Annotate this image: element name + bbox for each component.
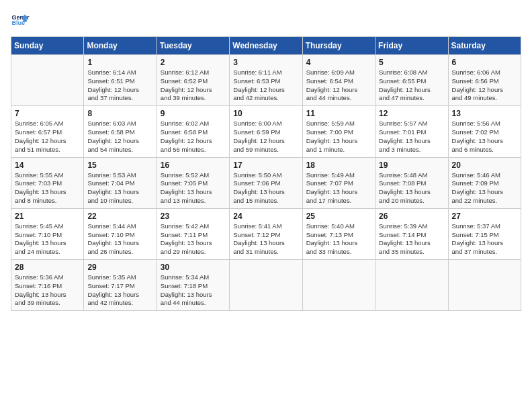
day-content: Sunrise: 5:39 AM Sunset: 7:14 PM Dayligh… (379, 222, 444, 257)
day-content: Sunrise: 5:56 AM Sunset: 7:02 PM Dayligh… (452, 120, 517, 154)
calendar-cell: 26Sunrise: 5:39 AM Sunset: 7:14 PM Dayli… (375, 208, 448, 259)
day-content: Sunrise: 6:14 AM Sunset: 6:51 PM Dayligh… (87, 68, 152, 103)
day-content: Sunrise: 5:57 AM Sunset: 7:01 PM Dayligh… (379, 120, 444, 154)
day-content: Sunrise: 5:52 AM Sunset: 7:05 PM Dayligh… (161, 171, 226, 205)
calendar-cell: 21Sunrise: 5:45 AM Sunset: 7:10 PM Dayli… (11, 208, 84, 259)
calendar-cell: 27Sunrise: 5:37 AM Sunset: 7:15 PM Dayli… (448, 208, 521, 259)
calendar-cell: 29Sunrise: 5:35 AM Sunset: 7:17 PM Dayli… (84, 260, 157, 311)
day-number: 14 (15, 161, 80, 170)
day-number: 28 (15, 263, 80, 272)
day-number: 30 (161, 263, 226, 272)
calendar-cell: 1Sunrise: 6:14 AM Sunset: 6:51 PM Daylig… (84, 55, 157, 106)
calendar-cell: 7Sunrise: 6:05 AM Sunset: 6:57 PM Daylig… (11, 106, 84, 157)
day-number: 16 (161, 161, 226, 170)
day-number: 19 (379, 161, 444, 170)
week-row-3: 14Sunrise: 5:55 AM Sunset: 7:03 PM Dayli… (11, 157, 521, 208)
day-number: 1 (87, 58, 152, 67)
column-header-sunday: Sunday (11, 37, 84, 55)
calendar-cell: 5Sunrise: 6:08 AM Sunset: 6:55 PM Daylig… (375, 55, 448, 106)
week-row-2: 7Sunrise: 6:05 AM Sunset: 6:57 PM Daylig… (11, 106, 521, 157)
day-number: 8 (87, 109, 152, 118)
column-header-monday: Monday (84, 37, 157, 55)
calendar-cell: 13Sunrise: 5:56 AM Sunset: 7:02 PM Dayli… (448, 106, 521, 157)
column-header-saturday: Saturday (448, 37, 521, 55)
calendar-cell (11, 55, 84, 106)
day-content: Sunrise: 6:02 AM Sunset: 6:58 PM Dayligh… (161, 120, 226, 154)
day-number: 6 (452, 58, 517, 67)
day-number: 15 (87, 161, 152, 170)
day-content: Sunrise: 6:03 AM Sunset: 6:58 PM Dayligh… (87, 120, 152, 154)
column-header-friday: Friday (375, 37, 448, 55)
day-number: 13 (452, 109, 517, 118)
calendar-table: SundayMondayTuesdayWednesdayThursdayFrid… (11, 36, 521, 311)
day-content: Sunrise: 5:45 AM Sunset: 7:10 PM Dayligh… (15, 222, 80, 257)
week-row-1: 1Sunrise: 6:14 AM Sunset: 6:51 PM Daylig… (11, 55, 521, 106)
calendar-cell: 25Sunrise: 5:40 AM Sunset: 7:13 PM Dayli… (302, 208, 375, 259)
day-content: Sunrise: 5:36 AM Sunset: 7:16 PM Dayligh… (15, 273, 80, 308)
day-content: Sunrise: 5:34 AM Sunset: 7:18 PM Dayligh… (161, 273, 226, 308)
calendar-cell: 2Sunrise: 6:12 AM Sunset: 6:52 PM Daylig… (157, 55, 229, 106)
column-header-thursday: Thursday (302, 37, 375, 55)
day-content: Sunrise: 5:35 AM Sunset: 7:17 PM Dayligh… (87, 273, 152, 308)
day-number: 26 (379, 212, 444, 221)
logo: General Blue (11, 11, 32, 30)
day-content: Sunrise: 5:55 AM Sunset: 7:03 PM Dayligh… (15, 171, 80, 205)
day-content: Sunrise: 5:41 AM Sunset: 7:12 PM Dayligh… (233, 222, 298, 257)
day-number: 7 (15, 109, 80, 118)
day-number: 9 (161, 109, 226, 118)
week-row-4: 21Sunrise: 5:45 AM Sunset: 7:10 PM Dayli… (11, 208, 521, 259)
calendar-cell (448, 260, 521, 311)
day-content: Sunrise: 6:05 AM Sunset: 6:57 PM Dayligh… (15, 120, 80, 154)
day-content: Sunrise: 5:46 AM Sunset: 7:09 PM Dayligh… (452, 171, 517, 205)
calendar-cell: 17Sunrise: 5:50 AM Sunset: 7:06 PM Dayli… (230, 157, 302, 208)
day-content: Sunrise: 5:53 AM Sunset: 7:04 PM Dayligh… (87, 171, 152, 205)
day-content: Sunrise: 6:11 AM Sunset: 6:53 PM Dayligh… (233, 68, 298, 103)
calendar-cell: 8Sunrise: 6:03 AM Sunset: 6:58 PM Daylig… (84, 106, 157, 157)
calendar-cell: 11Sunrise: 5:59 AM Sunset: 7:00 PM Dayli… (302, 106, 375, 157)
day-content: Sunrise: 5:37 AM Sunset: 7:15 PM Dayligh… (452, 222, 517, 257)
calendar-cell: 18Sunrise: 5:49 AM Sunset: 7:07 PM Dayli… (302, 157, 375, 208)
day-number: 24 (233, 212, 298, 221)
calendar-cell: 3Sunrise: 6:11 AM Sunset: 6:53 PM Daylig… (230, 55, 302, 106)
calendar-body: 1Sunrise: 6:14 AM Sunset: 6:51 PM Daylig… (11, 55, 521, 311)
calendar-cell (230, 260, 302, 311)
calendar-cell (302, 260, 375, 311)
calendar-cell: 6Sunrise: 6:06 AM Sunset: 6:56 PM Daylig… (448, 55, 521, 106)
calendar-cell: 10Sunrise: 6:00 AM Sunset: 6:59 PM Dayli… (230, 106, 302, 157)
svg-text:Blue: Blue (11, 19, 25, 26)
week-row-5: 28Sunrise: 5:36 AM Sunset: 7:16 PM Dayli… (11, 260, 521, 311)
day-content: Sunrise: 6:08 AM Sunset: 6:55 PM Dayligh… (379, 68, 444, 103)
column-header-wednesday: Wednesday (230, 37, 302, 55)
page-header: General Blue (11, 11, 521, 30)
calendar-cell: 19Sunrise: 5:48 AM Sunset: 7:08 PM Dayli… (375, 157, 448, 208)
calendar-header-row: SundayMondayTuesdayWednesdayThursdayFrid… (11, 37, 521, 55)
logo-icon: General Blue (11, 11, 30, 30)
calendar-cell: 16Sunrise: 5:52 AM Sunset: 7:05 PM Dayli… (157, 157, 229, 208)
column-header-tuesday: Tuesday (157, 37, 229, 55)
day-number: 2 (161, 58, 226, 67)
calendar-cell (375, 260, 448, 311)
day-content: Sunrise: 6:00 AM Sunset: 6:59 PM Dayligh… (233, 120, 298, 154)
day-content: Sunrise: 6:12 AM Sunset: 6:52 PM Dayligh… (161, 68, 226, 103)
day-number: 22 (87, 212, 152, 221)
day-number: 3 (233, 58, 298, 67)
day-number: 10 (233, 109, 298, 118)
calendar-cell: 14Sunrise: 5:55 AM Sunset: 7:03 PM Dayli… (11, 157, 84, 208)
day-content: Sunrise: 5:48 AM Sunset: 7:08 PM Dayligh… (379, 171, 444, 205)
day-content: Sunrise: 6:09 AM Sunset: 6:54 PM Dayligh… (306, 68, 371, 103)
day-number: 20 (452, 161, 517, 170)
calendar-cell: 23Sunrise: 5:42 AM Sunset: 7:11 PM Dayli… (157, 208, 229, 259)
day-content: Sunrise: 5:44 AM Sunset: 7:10 PM Dayligh… (87, 222, 152, 257)
day-number: 4 (306, 58, 371, 67)
calendar-cell: 9Sunrise: 6:02 AM Sunset: 6:58 PM Daylig… (157, 106, 229, 157)
calendar-cell: 20Sunrise: 5:46 AM Sunset: 7:09 PM Dayli… (448, 157, 521, 208)
day-content: Sunrise: 5:50 AM Sunset: 7:06 PM Dayligh… (233, 171, 298, 205)
day-content: Sunrise: 5:59 AM Sunset: 7:00 PM Dayligh… (306, 120, 371, 154)
day-content: Sunrise: 5:40 AM Sunset: 7:13 PM Dayligh… (306, 222, 371, 257)
calendar-cell: 30Sunrise: 5:34 AM Sunset: 7:18 PM Dayli… (157, 260, 229, 311)
calendar-cell: 12Sunrise: 5:57 AM Sunset: 7:01 PM Dayli… (375, 106, 448, 157)
calendar-cell: 4Sunrise: 6:09 AM Sunset: 6:54 PM Daylig… (302, 55, 375, 106)
day-number: 29 (87, 263, 152, 272)
day-number: 27 (452, 212, 517, 221)
day-number: 18 (306, 161, 371, 170)
